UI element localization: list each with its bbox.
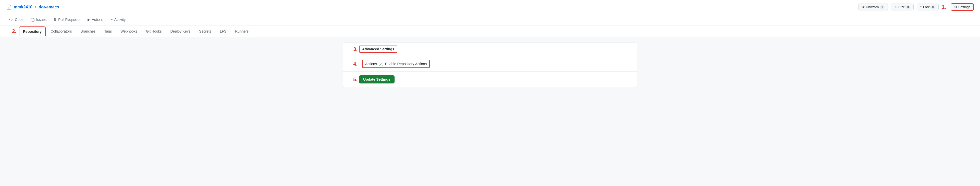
settings-tab-tags[interactable]: Tags <box>100 27 116 36</box>
step-2-indicator: 2. <box>6 28 16 34</box>
star-icon: ☆ <box>894 5 897 9</box>
update-settings-button[interactable]: Update Settings <box>359 75 395 84</box>
tab-activity[interactable]: ~ Activity <box>108 14 129 25</box>
checkmark-icon: ✓ <box>380 62 382 66</box>
issues-icon: ◯ <box>30 17 35 22</box>
tab-actions[interactable]: ▶ Actions <box>84 14 107 25</box>
repo-separator: / <box>35 5 36 9</box>
enable-actions-label: Enable Repository Actions <box>385 62 427 66</box>
advanced-settings-title: Advanced Settings <box>359 46 397 53</box>
top-header: 📄 mmk2410 / dot-emacs 👁 Unwatch 1 ☆ Star… <box>0 0 980 14</box>
settings-tab-webhooks[interactable]: Webhooks <box>117 27 141 36</box>
nav-tabs: <> Code ◯ Issues ⇅ Pull Requests ▶ Actio… <box>0 14 980 25</box>
star-button[interactable]: ☆ Star 0 <box>891 3 914 10</box>
fork-button[interactable]: ⑂ Fork 0 <box>917 3 939 10</box>
actions-icon: ▶ <box>88 17 90 22</box>
tab-code-label: Code <box>15 17 23 22</box>
tab-repository-label: Repository <box>23 30 41 33</box>
tab-pull-requests[interactable]: ⇅ Pull Requests <box>51 14 83 25</box>
unwatch-label: Unwatch <box>866 5 879 9</box>
settings-icon: ⚙ <box>954 5 957 9</box>
repo-icon: 📄 <box>6 4 12 10</box>
actions-row: 4. Actions ✓ Enable Repository Actions <box>343 56 637 71</box>
step-3-indicator: 3. <box>347 46 358 52</box>
settings-tab-repository[interactable]: Repository <box>19 27 46 36</box>
tab-tags-label: Tags <box>104 29 112 33</box>
tab-webhooks-label: Webhooks <box>121 29 137 33</box>
repo-title: 📄 mmk2410 / dot-emacs <box>6 4 858 10</box>
actions-inner-group: Actions ✓ Enable Repository Actions <box>362 60 430 68</box>
tab-lfs-label: LFS <box>220 29 227 33</box>
header-right-group: 👁 Unwatch 1 ☆ Star 0 ⑂ Fork 0 1. ⚙ Setti… <box>858 3 974 11</box>
settings-tab-git-hooks[interactable]: Git Hooks <box>142 27 165 36</box>
settings-tab-branches[interactable]: Branches <box>76 27 99 36</box>
advanced-settings-title-row: 3. Advanced Settings <box>343 43 637 56</box>
tab-pull-requests-label: Pull Requests <box>58 17 80 22</box>
settings-section-box: 3. Advanced Settings 4. Actions ✓ Enable… <box>343 42 637 87</box>
tab-git-hooks-label: Git Hooks <box>146 29 162 33</box>
tab-issues[interactable]: ◯ Issues <box>27 14 49 25</box>
repo-name-link[interactable]: dot-emacs <box>38 5 59 9</box>
fork-count: 0 <box>931 5 935 9</box>
unwatch-icon: 👁 <box>862 5 865 9</box>
tab-branches-label: Branches <box>80 29 95 33</box>
settings-tab-deploy-keys[interactable]: Deploy Keys <box>167 27 194 36</box>
tab-runners-label: Runners <box>235 29 248 33</box>
settings-tab-runners[interactable]: Runners <box>231 27 252 36</box>
tab-deploy-keys-label: Deploy Keys <box>170 29 191 33</box>
main-content: 3. Advanced Settings 4. Actions ✓ Enable… <box>337 37 643 92</box>
tab-collaborators-label: Collaborators <box>51 29 72 33</box>
enable-actions-checkbox[interactable]: ✓ <box>379 62 383 66</box>
activity-icon: ~ <box>111 17 113 22</box>
tab-actions-label: Actions <box>92 17 103 22</box>
settings-tab-collaborators[interactable]: Collaborators <box>47 27 76 36</box>
fork-label: Fork <box>923 5 930 9</box>
tab-code[interactable]: <> Code <box>6 14 27 25</box>
unwatch-button[interactable]: 👁 Unwatch 1 <box>858 3 888 10</box>
star-label: Star <box>898 5 904 9</box>
update-btn-row: 5. Update Settings <box>343 72 637 87</box>
fork-icon: ⑂ <box>920 5 922 9</box>
pull-requests-icon: ⇅ <box>54 17 57 22</box>
settings-nav: 2. Repository Collaborators Branches Tag… <box>0 25 980 37</box>
step-4-indicator: 4. <box>347 61 358 67</box>
tab-issues-label: Issues <box>36 17 46 22</box>
tab-activity-label: Activity <box>115 17 126 22</box>
settings-label: Settings <box>958 5 970 9</box>
repo-owner-link[interactable]: mmk2410 <box>14 5 32 9</box>
step-5-indicator: 5. <box>347 77 358 82</box>
settings-tab-lfs[interactable]: LFS <box>216 27 231 36</box>
step-1-indicator: 1. <box>942 4 946 10</box>
star-count: 0 <box>905 5 910 9</box>
code-icon: <> <box>9 17 13 22</box>
settings-tab-secrets[interactable]: Secrets <box>195 27 215 36</box>
settings-button[interactable]: ⚙ Settings <box>951 3 974 11</box>
unwatch-count: 1 <box>880 5 885 9</box>
actions-section-label: Actions <box>365 62 377 66</box>
tab-secrets-label: Secrets <box>199 29 211 33</box>
